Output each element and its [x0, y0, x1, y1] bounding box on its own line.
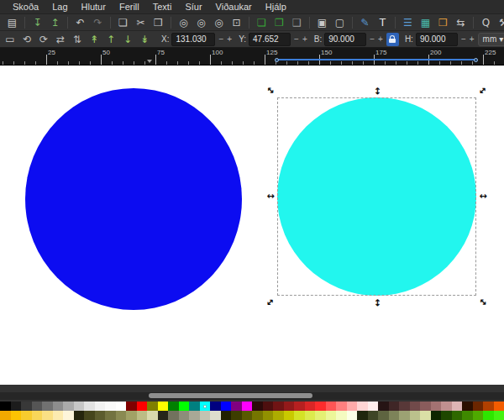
color-swatch[interactable]: [315, 402, 326, 411]
width-spinner[interactable]: − +: [369, 34, 384, 44]
color-swatch[interactable]: [126, 411, 137, 420]
color-swatch[interactable]: [420, 411, 431, 420]
x-spinner[interactable]: − +: [218, 34, 233, 44]
raise-button[interactable]: ↑: [102, 32, 119, 47]
minus-icon[interactable]: −: [461, 34, 466, 44]
ungroup-button[interactable]: ▢: [331, 15, 349, 30]
color-swatch[interactable]: [315, 411, 326, 420]
color-swatch[interactable]: [147, 402, 158, 411]
color-swatch[interactable]: [116, 411, 127, 420]
color-swatch[interactable]: [494, 402, 504, 411]
menu-item-viðaukar[interactable]: Viðaukar: [210, 1, 258, 13]
print-button[interactable]: ▤: [3, 15, 21, 30]
rotate-cw-button[interactable]: ⟳: [35, 32, 52, 47]
selection-handle-s[interactable]: ↔: [372, 297, 382, 307]
color-swatch[interactable]: [483, 402, 494, 411]
horizontal-ruler[interactable]: 255075100125150175200225: [0, 48, 504, 66]
flip-vertical-button[interactable]: ⇅: [69, 32, 86, 47]
color-swatch[interactable]: [368, 411, 379, 420]
unlink-clone-button[interactable]: ❑: [288, 15, 306, 30]
y-field[interactable]: 47.652: [249, 33, 291, 46]
menu-item-ferill[interactable]: Ferill: [113, 1, 145, 13]
color-swatch[interactable]: [137, 411, 148, 420]
lower-button[interactable]: ↓: [119, 32, 136, 47]
clone-button[interactable]: ❐: [270, 15, 288, 30]
minus-icon[interactable]: −: [370, 34, 375, 44]
cut-button[interactable]: ✂: [132, 15, 150, 30]
zoom-selection-button[interactable]: ◎: [210, 15, 228, 30]
color-swatch[interactable]: [389, 411, 400, 420]
export-button[interactable]: ↥: [46, 15, 64, 30]
selection-handle-se[interactable]: ↔: [476, 296, 491, 310]
color-swatch[interactable]: [410, 411, 421, 420]
plus-icon[interactable]: +: [227, 34, 232, 44]
color-swatch[interactable]: [389, 402, 400, 411]
color-swatch[interactable]: [221, 411, 232, 420]
color-swatch[interactable]: [305, 402, 316, 411]
color-swatch[interactable]: [252, 411, 263, 420]
zoom-page-button[interactable]: ◎: [192, 15, 210, 30]
color-swatch[interactable]: [95, 402, 106, 411]
height-spinner[interactable]: − +: [460, 34, 475, 44]
color-swatch[interactable]: [263, 411, 274, 420]
color-swatch[interactable]: [0, 411, 11, 420]
color-swatch[interactable]: [452, 411, 463, 420]
duplicate-button[interactable]: ❏: [253, 15, 270, 30]
document-properties-button[interactable]: ❒: [434, 15, 452, 30]
color-swatch[interactable]: [21, 411, 32, 420]
color-swatch[interactable]: [210, 411, 221, 420]
color-swatch[interactable]: [273, 402, 284, 411]
color-swatch[interactable]: [210, 402, 221, 411]
color-swatch[interactable]: [42, 402, 53, 411]
raise-to-top-button[interactable]: ↟: [86, 32, 102, 47]
horizontal-scrollbar-thumb[interactable]: [149, 393, 312, 398]
color-swatch[interactable]: [63, 402, 74, 411]
plus-icon[interactable]: +: [378, 34, 383, 44]
selection-handle-sw[interactable]: ↔: [264, 296, 278, 310]
menu-item-hlutur[interactable]: Hlutur: [76, 1, 112, 13]
color-swatch[interactable]: [284, 411, 295, 420]
color-swatch[interactable]: [378, 411, 389, 420]
color-swatch[interactable]: [11, 411, 22, 420]
color-swatch[interactable]: [347, 402, 358, 411]
color-swatch[interactable]: [32, 411, 43, 420]
color-swatch[interactable]: [95, 411, 106, 420]
color-swatch[interactable]: [221, 402, 232, 411]
color-swatch[interactable]: [305, 411, 316, 420]
redo-button[interactable]: ↷: [89, 15, 107, 30]
paste-button[interactable]: ❒: [150, 15, 167, 30]
color-swatch[interactable]: [84, 411, 95, 420]
color-swatch[interactable]: [284, 402, 295, 411]
selection-handle-w[interactable]: ↔: [265, 192, 276, 202]
color-swatch[interactable]: [462, 411, 473, 420]
canvas[interactable]: ↔↔↔↔↔↔↔↔: [0, 66, 504, 385]
symbols-button[interactable]: ▦: [417, 15, 434, 30]
color-swatch[interactable]: [189, 411, 200, 420]
preferences-button[interactable]: ⚒: [495, 15, 504, 30]
color-swatch[interactable]: [147, 411, 158, 420]
width-field[interactable]: 90.000: [324, 33, 366, 46]
unit-dropdown[interactable]: mm ▾: [478, 33, 504, 46]
color-swatch[interactable]: [11, 402, 22, 411]
color-swatch[interactable]: [105, 402, 116, 411]
select-all-button[interactable]: ▭: [2, 32, 18, 47]
color-swatch[interactable]: [168, 402, 179, 411]
minus-icon[interactable]: −: [218, 34, 223, 44]
color-swatch[interactable]: [21, 402, 32, 411]
fill-stroke-button[interactable]: ✎: [356, 15, 374, 30]
color-swatch[interactable]: [336, 402, 347, 411]
color-swatch[interactable]: [231, 411, 242, 420]
selection-handle-n[interactable]: ↔: [372, 86, 382, 96]
color-swatch[interactable]: [452, 402, 463, 411]
color-swatch[interactable]: [431, 402, 442, 411]
zoom-frame-button[interactable]: ⊡: [228, 15, 245, 30]
color-swatch[interactable]: [357, 402, 368, 411]
color-swatch[interactable]: [74, 402, 85, 411]
color-swatch[interactable]: [441, 411, 452, 420]
menu-item-skoða[interactable]: Skoða: [7, 1, 45, 13]
color-swatch[interactable]: [368, 402, 379, 411]
color-swatch[interactable]: [410, 402, 421, 411]
rotate-ccw-button[interactable]: ⟲: [18, 32, 35, 47]
color-swatch[interactable]: [326, 411, 337, 420]
color-swatch[interactable]: [53, 402, 64, 411]
